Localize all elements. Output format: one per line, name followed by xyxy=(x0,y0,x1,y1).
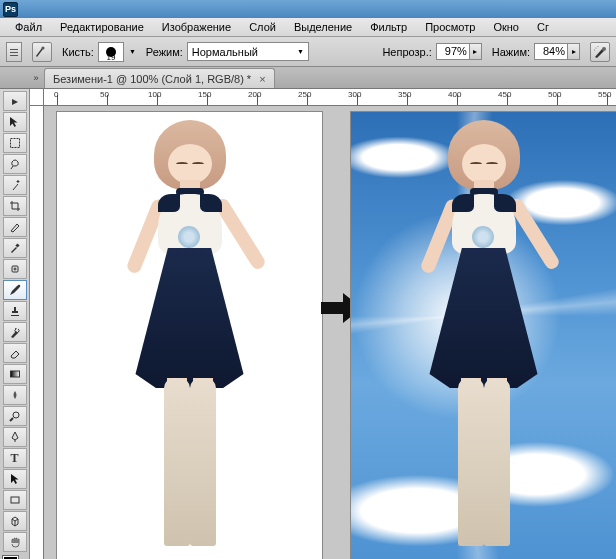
options-bar: Кисть: 19 ▼ Режим: Нормальный ▼ Непрозр.… xyxy=(0,37,616,67)
tab-collapse-icon[interactable]: » xyxy=(30,68,42,88)
artwork-after xyxy=(351,112,616,559)
lasso-tool[interactable] xyxy=(3,154,27,174)
svg-point-7 xyxy=(594,49,595,50)
opacity-flyout[interactable]: ▸ xyxy=(470,43,482,60)
chevron-down-icon: ▼ xyxy=(297,48,304,55)
ruler-tick: 550 xyxy=(598,90,611,99)
3d-tool[interactable] xyxy=(3,511,27,531)
close-icon[interactable]: × xyxy=(259,73,265,85)
history-brush-tool[interactable] xyxy=(3,322,27,342)
ruler-tick: 0 xyxy=(54,90,58,99)
document-tab[interactable]: Безимени-1 @ 100% (Слой 1, RGB/8) * × xyxy=(44,68,275,88)
menu-filter[interactable]: Фильтр xyxy=(361,18,416,37)
pen-tool[interactable] xyxy=(3,427,27,447)
svg-rect-11 xyxy=(10,371,19,377)
document-tab-bar: » Безимени-1 @ 100% (Слой 1, RGB/8) * × xyxy=(0,67,616,89)
flow-group: Нажим: 84% ▸ xyxy=(492,43,580,60)
options-handle[interactable] xyxy=(6,42,22,62)
menu-view[interactable]: Просмотр xyxy=(416,18,484,37)
move-tool[interactable] xyxy=(3,112,27,132)
svg-rect-2 xyxy=(10,55,18,56)
menu-edit[interactable]: Редактирование xyxy=(51,18,153,37)
svg-rect-13 xyxy=(11,497,19,503)
ruler-tick: 350 xyxy=(398,90,411,99)
stamp-tool[interactable] xyxy=(3,301,27,321)
flow-label: Нажим: xyxy=(492,46,530,58)
document-tab-title: Безимени-1 @ 100% (Слой 1, RGB/8) * xyxy=(53,73,251,85)
hand-tool[interactable] xyxy=(3,532,27,552)
ruler-tick: 400 xyxy=(448,90,461,99)
flow-flyout[interactable]: ▸ xyxy=(568,43,580,60)
brush-size-value: 19 xyxy=(106,53,115,62)
canvas[interactable] xyxy=(44,106,616,559)
tool-corner-icon[interactable]: ▸ xyxy=(3,91,27,111)
blend-mode-select[interactable]: Нормальный ▼ xyxy=(187,42,309,61)
svg-point-4 xyxy=(602,47,606,51)
ruler-tick: 450 xyxy=(498,90,511,99)
menu-window[interactable]: Окно xyxy=(484,18,528,37)
menu-select[interactable]: Выделение xyxy=(285,18,361,37)
ruler-tick: 500 xyxy=(548,90,561,99)
dodge-tool[interactable] xyxy=(3,406,27,426)
brush-preset-picker[interactable]: 19 xyxy=(98,42,124,62)
character-illustration xyxy=(120,120,260,550)
eyedropper-tool[interactable] xyxy=(3,238,27,258)
ruler-tick: 150 xyxy=(198,90,211,99)
menu-help[interactable]: Сг xyxy=(528,18,558,37)
mode-label: Режим: xyxy=(146,46,183,58)
shape-tool[interactable] xyxy=(3,490,27,510)
menu-layer[interactable]: Слой xyxy=(240,18,285,37)
eraser-tool[interactable] xyxy=(3,343,27,363)
svg-point-3 xyxy=(42,46,45,49)
flow-input[interactable]: 84% xyxy=(534,43,568,60)
svg-rect-8 xyxy=(10,139,19,148)
canvas-panel: 0 50 100 150 200 250 300 350 400 450 500… xyxy=(30,89,616,559)
svg-rect-9 xyxy=(15,243,19,247)
tools-panel: ▸ T xyxy=(0,89,30,559)
slice-tool[interactable] xyxy=(3,217,27,237)
opacity-group: Непрозр.: 97% ▸ xyxy=(382,43,481,60)
brush-label: Кисть: xyxy=(62,46,94,58)
vertical-ruler xyxy=(30,106,44,559)
menu-bar: Файл Редактирование Изображение Слой Выд… xyxy=(0,18,616,37)
blur-tool[interactable] xyxy=(3,385,27,405)
airbrush-toggle[interactable] xyxy=(590,42,610,62)
ruler-tick: 300 xyxy=(348,90,361,99)
work-area: ▸ T xyxy=(0,89,616,559)
app-logo: Ps xyxy=(3,2,18,17)
brush-picker-group: Кисть: 19 ▼ xyxy=(62,42,136,62)
opacity-label: Непрозр.: xyxy=(382,46,431,58)
character-illustration xyxy=(414,120,554,550)
marquee-tool[interactable] xyxy=(3,133,27,153)
menu-image[interactable]: Изображение xyxy=(153,18,240,37)
gradient-tool[interactable] xyxy=(3,364,27,384)
blend-mode-group: Режим: Нормальный ▼ xyxy=(146,42,309,61)
ruler-tick: 200 xyxy=(248,90,261,99)
crop-tool[interactable] xyxy=(3,196,27,216)
ruler-tick: 50 xyxy=(100,90,109,99)
ruler-tick: 250 xyxy=(298,90,311,99)
artwork-before xyxy=(57,112,322,559)
svg-rect-1 xyxy=(10,52,18,53)
ruler-tick: 100 xyxy=(148,90,161,99)
healing-tool[interactable] xyxy=(3,259,27,279)
brush-tool[interactable] xyxy=(3,280,27,300)
wand-tool[interactable] xyxy=(3,175,27,195)
svg-rect-0 xyxy=(10,49,18,50)
path-select-tool[interactable] xyxy=(3,469,27,489)
horizontal-ruler: 0 50 100 150 200 250 300 350 400 450 500… xyxy=(30,89,616,106)
mode-value: Нормальный xyxy=(192,46,258,58)
menu-file[interactable]: Файл xyxy=(6,18,51,37)
tool-preset-picker[interactable] xyxy=(32,42,52,62)
chevron-down-icon[interactable]: ▼ xyxy=(129,48,136,55)
ruler-origin[interactable] xyxy=(30,89,44,106)
type-tool[interactable]: T xyxy=(3,448,27,468)
title-bar: Ps xyxy=(0,0,616,18)
opacity-input[interactable]: 97% xyxy=(436,43,470,60)
svg-point-5 xyxy=(596,47,597,48)
svg-point-6 xyxy=(598,46,599,47)
svg-point-12 xyxy=(13,412,19,418)
